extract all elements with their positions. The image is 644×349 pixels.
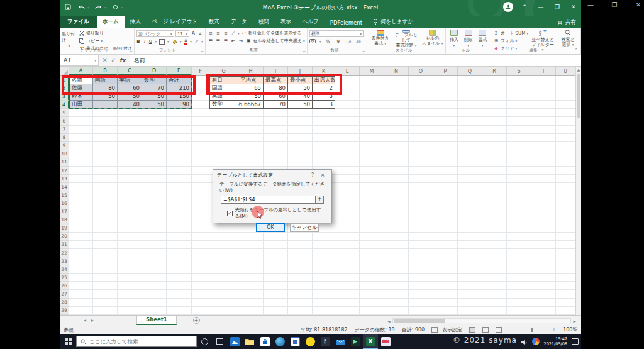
cell-O14[interactable] <box>409 183 433 191</box>
select-all-corner[interactable] <box>60 67 69 75</box>
cell-R10[interactable] <box>482 150 507 158</box>
sheet-tab-sheet1[interactable]: Sheet1 <box>136 316 177 325</box>
cell-S1[interactable] <box>507 76 531 84</box>
cell-T16[interactable] <box>531 199 556 208</box>
cell-C11[interactable] <box>118 158 142 167</box>
cell-P14[interactable] <box>433 183 458 191</box>
cell-L12[interactable] <box>335 167 360 175</box>
cell-J9[interactable] <box>288 142 313 150</box>
cell-M24[interactable] <box>360 265 384 274</box>
cell-Q10[interactable] <box>458 150 482 158</box>
cell-P9[interactable] <box>433 142 458 150</box>
cell-F19[interactable] <box>192 224 209 233</box>
cell-S29[interactable] <box>507 307 531 315</box>
cell-J24[interactable] <box>288 265 313 274</box>
cell-C24[interactable] <box>118 265 142 274</box>
cell-R26[interactable] <box>482 282 507 290</box>
cell-L15[interactable] <box>335 191 360 199</box>
cell-U23[interactable] <box>556 257 575 265</box>
row-header-23[interactable]: 23 <box>60 257 69 265</box>
cell-styles-button[interactable]: セルのスタイル ▾ <box>421 29 443 48</box>
cell-Q2[interactable] <box>458 84 482 92</box>
cell-R6[interactable] <box>482 117 507 125</box>
cell-H23[interactable] <box>238 257 264 265</box>
cell-R9[interactable] <box>482 142 507 150</box>
cell-K5[interactable] <box>313 109 335 117</box>
cell-B2[interactable]: 80 <box>93 84 118 92</box>
cell-I20[interactable] <box>264 233 288 241</box>
cell-D2[interactable]: 70 <box>142 84 167 92</box>
cell-B8[interactable] <box>93 134 118 142</box>
cell-B11[interactable] <box>93 158 118 167</box>
cell-D10[interactable] <box>142 150 167 158</box>
cell-F16[interactable] <box>192 199 209 208</box>
font-family-select[interactable]: 游ゴシック▾ <box>136 30 174 37</box>
cell-A28[interactable] <box>69 299 93 307</box>
cell-F7[interactable] <box>192 126 209 134</box>
cell-P27[interactable] <box>433 290 458 298</box>
column-header-U[interactable]: U <box>556 67 575 75</box>
cell-O27[interactable] <box>409 290 433 298</box>
cell-B13[interactable] <box>93 175 118 183</box>
row-header-27[interactable]: 27 <box>60 290 69 298</box>
cell-O4[interactable] <box>409 101 433 109</box>
row-header-6[interactable]: 6 <box>60 117 69 125</box>
cell-K27[interactable] <box>313 290 335 298</box>
cell-J25[interactable] <box>288 274 313 282</box>
cell-M15[interactable] <box>360 191 384 199</box>
cell-A10[interactable] <box>69 150 93 158</box>
cell-P24[interactable] <box>433 265 458 274</box>
cell-A18[interactable] <box>69 216 93 224</box>
cell-K9[interactable] <box>313 142 335 150</box>
share-button[interactable]: 共有 <box>557 19 576 26</box>
cell-D29[interactable] <box>142 307 167 315</box>
cell-M4[interactable] <box>360 101 384 109</box>
cell-F29[interactable] <box>192 307 209 315</box>
cell-F21[interactable] <box>192 241 209 249</box>
cell-H4[interactable]: 56.66667 <box>238 101 264 109</box>
format-cells-button[interactable]: 書式▾ <box>476 29 489 48</box>
row-header-10[interactable]: 10 <box>60 150 69 158</box>
cell-J8[interactable] <box>288 134 313 142</box>
cell-O21[interactable] <box>409 241 433 249</box>
paste-button[interactable]: 貼り付け ▾ <box>62 29 77 48</box>
cell-G20[interactable] <box>209 233 238 241</box>
align-middle-icon[interactable]: ≡ <box>215 31 221 36</box>
cell-P20[interactable] <box>433 233 458 241</box>
cell-A4[interactable]: 山田 <box>69 101 93 109</box>
cell-G6[interactable] <box>209 117 238 125</box>
cell-L27[interactable] <box>335 290 360 298</box>
cell-P17[interactable] <box>433 208 458 216</box>
cell-F25[interactable] <box>192 274 209 282</box>
cell-A3[interactable]: 鈴木 <box>69 92 93 101</box>
cell-O5[interactable] <box>409 109 433 117</box>
cell-G28[interactable] <box>209 299 238 307</box>
cell-D1[interactable]: 数学 <box>142 76 167 84</box>
cell-E23[interactable] <box>167 257 192 265</box>
horizontal-scroll-thumb[interactable] <box>394 319 445 323</box>
cell-S26[interactable] <box>507 282 531 290</box>
yellow-app-icon[interactable] <box>303 334 318 349</box>
cell-H9[interactable] <box>238 142 264 150</box>
cell-K28[interactable] <box>313 299 335 307</box>
cell-C9[interactable] <box>118 142 142 150</box>
autosum-button[interactable]: Σオート SUM▾ <box>493 30 528 36</box>
cell-Q21[interactable] <box>458 241 482 249</box>
cell-A20[interactable] <box>69 233 93 241</box>
cell-E7[interactable] <box>167 126 192 134</box>
cell-T24[interactable] <box>531 265 556 274</box>
mail-app-icon[interactable] <box>333 334 348 349</box>
currency-format-icon[interactable] <box>309 38 316 44</box>
cell-O16[interactable] <box>409 199 433 208</box>
cell-N7[interactable] <box>384 126 409 134</box>
cell-Q24[interactable] <box>458 265 482 274</box>
cell-S28[interactable] <box>507 299 531 307</box>
cell-Q5[interactable] <box>458 109 482 117</box>
cell-A25[interactable] <box>69 274 93 282</box>
cell-M22[interactable] <box>360 249 384 257</box>
cell-S22[interactable] <box>507 249 531 257</box>
recorder-app-icon[interactable] <box>378 334 393 349</box>
cell-N29[interactable] <box>384 307 409 315</box>
cell-M1[interactable] <box>360 76 384 84</box>
row-header-2[interactable]: 2 <box>60 84 69 92</box>
